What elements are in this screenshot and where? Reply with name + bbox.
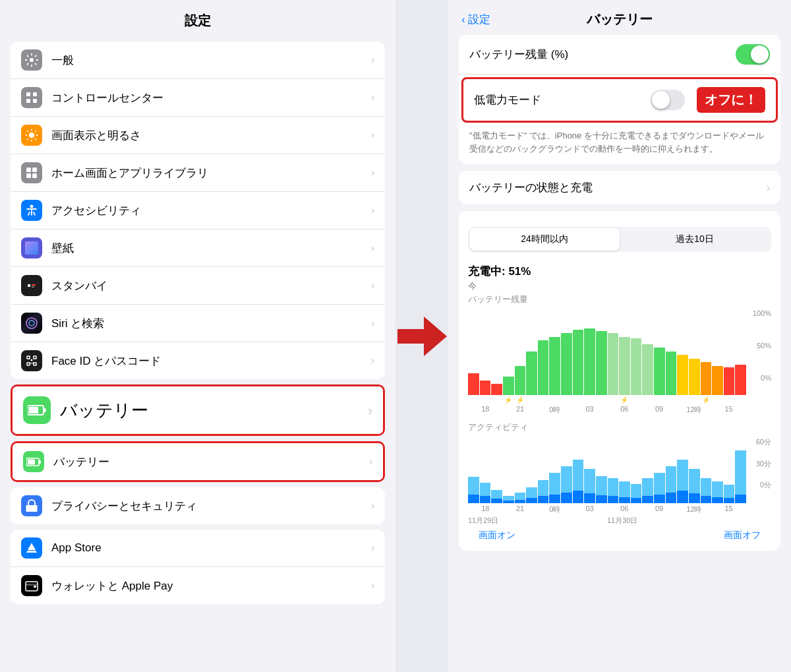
low-power-toggle[interactable] bbox=[651, 90, 685, 110]
privacy-chevron: › bbox=[371, 500, 374, 512]
sidebar-item-battery-large[interactable]: バッテリー › bbox=[13, 386, 383, 434]
activity-group-23 bbox=[735, 450, 746, 503]
charge-indicator-11 bbox=[596, 396, 607, 404]
home-icon bbox=[21, 162, 42, 183]
charge-indicator-9 bbox=[573, 396, 584, 404]
svg-point-23 bbox=[31, 359, 33, 361]
privacy-label: プライバシーとセキュリティ bbox=[51, 499, 366, 514]
svg-rect-4 bbox=[33, 99, 37, 103]
svg-rect-2 bbox=[33, 92, 37, 96]
charge-indicator-2 bbox=[491, 396, 502, 404]
charge-indicator-21 bbox=[712, 396, 723, 404]
battery-bar-3 bbox=[503, 377, 514, 395]
activity-group-1 bbox=[480, 483, 491, 503]
charge-indicator-17 bbox=[666, 396, 677, 404]
battery-large-icon bbox=[23, 396, 51, 424]
tab-24h[interactable]: 24時間以内 bbox=[469, 228, 620, 251]
charge-indicator-13: ⚡ bbox=[619, 396, 630, 404]
sidebar-item-home[interactable]: ホーム画面とアプリライブラリ › bbox=[11, 154, 385, 192]
battery-percent-toggle-knob bbox=[751, 46, 769, 63]
bg-bar-20 bbox=[701, 496, 712, 503]
activity-group-7 bbox=[549, 473, 560, 503]
battery-small-chevron: › bbox=[369, 456, 372, 468]
sidebar-item-siri[interactable]: Siri と検索 › bbox=[11, 305, 385, 342]
right-panel: ‹ 設定 バッテリー バッテリー残量 (%) 低電力モード bbox=[448, 0, 791, 672]
screen-bar-11 bbox=[596, 476, 607, 495]
battery-bar-10 bbox=[584, 328, 595, 395]
activity-group-17 bbox=[666, 466, 677, 503]
battery-bar-8 bbox=[561, 333, 572, 395]
low-power-description: "低電力モード" では、iPhone を十分に充電できるまでダウンロードやメール… bbox=[459, 125, 780, 164]
date-nov30: 11月30日 bbox=[607, 516, 746, 526]
svg-point-10 bbox=[30, 205, 34, 208]
bg-bar-12 bbox=[608, 496, 619, 503]
back-button[interactable]: ‹ 設定 bbox=[461, 12, 490, 27]
sidebar-item-appstore[interactable]: App Store › bbox=[11, 530, 385, 567]
ay-30: 30分 bbox=[749, 459, 771, 469]
battery-bar-15 bbox=[642, 344, 653, 395]
low-power-right: オフに！ bbox=[651, 87, 765, 113]
activity-group-9 bbox=[573, 460, 584, 503]
control-label: コントロールセンター bbox=[51, 90, 366, 106]
battery-large-section: バッテリー › bbox=[11, 384, 385, 436]
screen-bar-21 bbox=[712, 481, 723, 497]
activity-group-3 bbox=[503, 496, 514, 503]
accessibility-icon bbox=[21, 200, 42, 221]
svg-rect-1 bbox=[26, 92, 30, 96]
sidebar-item-accessibility[interactable]: アクセシビリティ › bbox=[11, 192, 385, 229]
bg-bar-0 bbox=[468, 495, 479, 503]
battery-bar-11 bbox=[596, 331, 607, 395]
sidebar-item-standby[interactable]: スタンバイ › bbox=[11, 267, 385, 305]
battery-remaining-chart-label: バッテリー残量 bbox=[468, 293, 771, 305]
charge-indicator-20: ⚡ bbox=[701, 396, 712, 404]
general-icon bbox=[21, 49, 42, 71]
screen-off-label: 画面オフ bbox=[724, 530, 761, 541]
bg-bar-18 bbox=[677, 491, 688, 503]
low-power-row: 低電力モード オフに！ bbox=[463, 79, 776, 121]
xl-21: 21 bbox=[503, 405, 538, 415]
home-chevron: › bbox=[371, 167, 374, 179]
bg-bar-9 bbox=[573, 491, 584, 503]
sidebar-item-wallet[interactable]: ウォレットと Apple Pay › bbox=[11, 567, 385, 604]
svg-rect-8 bbox=[26, 173, 31, 178]
left-panel-title: 設定 bbox=[0, 0, 396, 36]
battery-bar-19 bbox=[689, 359, 700, 395]
display-icon bbox=[21, 125, 42, 146]
screen-bar-3 bbox=[503, 496, 514, 501]
battery-state-row[interactable]: バッテリーの状態と充電 › bbox=[459, 171, 780, 204]
battery-bar-13 bbox=[619, 337, 630, 395]
battery-chart-area: 100% 50% 0% bbox=[468, 309, 771, 395]
battery-bar-23 bbox=[735, 365, 746, 395]
y-50: 50% bbox=[749, 342, 771, 350]
activity-chart-area: 60分 30分 0分 bbox=[468, 437, 771, 503]
tab-10d[interactable]: 過去10日 bbox=[620, 228, 770, 251]
screen-bar-16 bbox=[654, 473, 665, 495]
svg-rect-29 bbox=[28, 459, 35, 464]
charge-indicator-0 bbox=[468, 396, 479, 404]
ax-12: 12時 bbox=[677, 504, 712, 514]
battery-percent-toggle[interactable] bbox=[736, 44, 770, 65]
charge-indicator-4: ⚡ bbox=[515, 396, 526, 404]
right-header: ‹ 設定 バッテリー bbox=[448, 0, 791, 35]
accessibility-chevron: › bbox=[371, 204, 374, 216]
bg-bar-22 bbox=[724, 498, 735, 503]
bg-bar-13 bbox=[619, 497, 630, 503]
sidebar-item-faceid[interactable]: Face ID とパスコード › bbox=[11, 342, 385, 379]
ax-18: 18 bbox=[468, 504, 503, 514]
battery-small-label: バッテリー bbox=[53, 454, 364, 470]
sidebar-item-display[interactable]: 画面表示と明るさ › bbox=[11, 117, 385, 154]
sidebar-item-control[interactable]: コントロールセンター › bbox=[11, 79, 385, 117]
sidebar-item-privacy[interactable]: プライバシーとセキュリティ › bbox=[11, 487, 385, 524]
activity-group-16 bbox=[654, 473, 665, 503]
sidebar-item-wallpaper[interactable]: 壁紙 › bbox=[11, 229, 385, 267]
right-arrow bbox=[397, 317, 447, 356]
faceid-icon bbox=[21, 350, 42, 371]
bg-bar-3 bbox=[503, 501, 514, 503]
sidebar-item-battery-small[interactable]: バッテリー › bbox=[13, 443, 383, 480]
screen-bar-0 bbox=[468, 477, 479, 495]
bg-bar-16 bbox=[654, 495, 665, 503]
sidebar-item-general[interactable]: 一般 › bbox=[11, 42, 385, 79]
battery-bar-7 bbox=[549, 337, 560, 395]
screen-bar-8 bbox=[561, 466, 572, 493]
wallpaper-icon bbox=[21, 237, 42, 259]
